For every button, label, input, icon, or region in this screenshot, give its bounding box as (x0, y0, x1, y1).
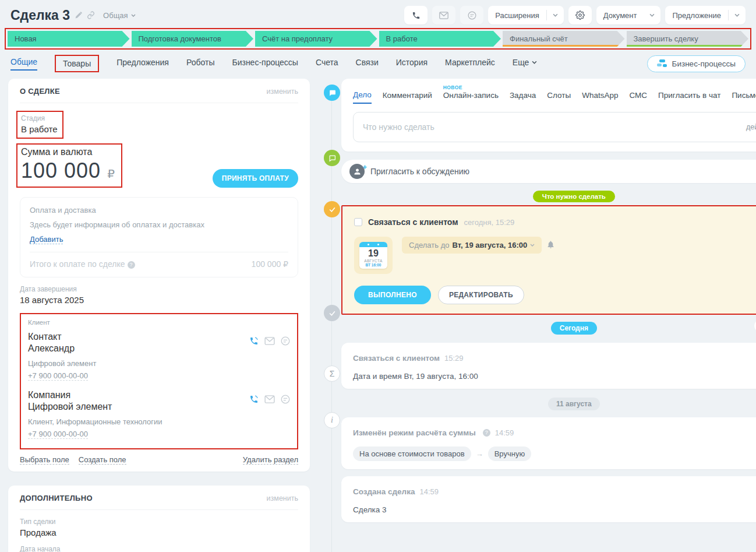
edit-about-link[interactable]: изменить (267, 87, 298, 96)
create-field-link[interactable]: Создать поле (79, 455, 126, 465)
document-button[interactable]: Документ (596, 6, 661, 24)
entry-time: 15:29 (444, 354, 464, 363)
call-button[interactable] (404, 6, 428, 24)
chat-button[interactable] (460, 6, 483, 24)
edit-additional-link[interactable]: изменить (267, 494, 298, 502)
composer-tab-task[interactable]: Задача (510, 91, 536, 103)
contact-openline-icon[interactable] (281, 336, 290, 346)
due-date-pill[interactable]: Сделать до Вт, 19 августа, 16:00 (402, 237, 542, 254)
amount-number: 100 000 (21, 159, 101, 182)
tab-business-processes[interactable]: Бизнес-процессы (232, 58, 298, 70)
delete-section-link[interactable]: Удалить раздел (243, 455, 298, 465)
plus-icon: + (362, 163, 367, 171)
select-field-link[interactable]: Выбрать поле (20, 455, 69, 465)
stage-close-deal[interactable]: Завершить сделку (627, 31, 749, 47)
tab-links[interactable]: Связи (356, 58, 379, 70)
add-payment-link[interactable]: Добавить (30, 235, 63, 244)
tab-more[interactable]: Еще (513, 58, 538, 70)
divider (30, 252, 288, 252)
stage-final-invoice[interactable]: Финальный счёт (503, 31, 625, 47)
tab-robots[interactable]: Роботы (186, 58, 214, 70)
calendar-tile[interactable]: 19 АВГУСТА ВТ 16:00 (354, 237, 393, 274)
composer-tab-email[interactable]: Письмо (732, 91, 756, 103)
activity-composer: Дело Комментарий НОВОЕ Онлайн-запись Зад… (341, 79, 756, 152)
calendar-month: АВГУСТА (359, 259, 387, 263)
payment-total-label: Итого к оплате по сделке? (30, 259, 135, 269)
entry-title: Изменён режим расчёта суммы (353, 428, 476, 437)
company-openline-icon[interactable] (281, 395, 290, 404)
annotation-box-stages: Новая Подготовка документов Счёт на пред… (5, 28, 751, 50)
task-title[interactable]: Связаться с клиентом (368, 217, 458, 227)
tab-products[interactable]: Товары (55, 55, 99, 72)
calendar-time: ВТ 16:00 (359, 263, 387, 267)
extensions-button[interactable]: Расширения (488, 6, 564, 24)
deal-type-value[interactable]: Продажа (20, 528, 298, 537)
page-title: Сделка 3 (10, 8, 70, 23)
company-name[interactable]: Цифровой элемент (28, 402, 112, 412)
composer-actions-label: действия (746, 123, 756, 131)
due-prefix: Сделать до (409, 241, 449, 249)
email-button[interactable] (432, 6, 455, 24)
calendar-strip (359, 242, 387, 247)
composer-tab-slots[interactable]: Слоты (547, 91, 571, 103)
chevron-down-icon (530, 244, 535, 247)
task-checkbox[interactable] (354, 218, 362, 226)
copy-link-icon[interactable] (87, 11, 95, 19)
composer-tab-comment[interactable]: Комментарий (383, 91, 432, 103)
contact-name[interactable]: Александр (28, 343, 75, 354)
activity-composer-icon (324, 85, 340, 101)
proposal-button[interactable]: Предложение (665, 6, 746, 24)
invite-discussion-row[interactable]: + Пригласить к обсуждению (341, 160, 756, 183)
completion-date-value[interactable]: 18 августа 2025 (20, 295, 298, 305)
old-value-pill: На основе стоимости товаров (353, 446, 471, 461)
accept-payment-button[interactable]: ПРИНЯТЬ ОПЛАТУ (213, 169, 298, 188)
edit-title-icon[interactable] (75, 12, 82, 19)
today-date-pill: Сегодня (551, 322, 597, 335)
entry-title: Создана сделка (353, 487, 415, 496)
chevron-down-icon (532, 61, 537, 64)
contact-call-icon[interactable] (249, 336, 259, 346)
date-group-pill: 11 августа (548, 398, 600, 410)
document-label: Документ (596, 11, 644, 20)
composer-tab-invite-chat[interactable]: Пригласить в чат (658, 91, 720, 103)
tab-marketplace[interactable]: Маркетплейс (445, 58, 495, 70)
pipeline-selector[interactable]: Общая (103, 11, 136, 20)
composer-tab-online-booking[interactable]: НОВОЕ Онлайн-запись (443, 91, 499, 103)
task-done-button[interactable]: ВЫПОЛНЕНО (354, 286, 431, 304)
task-edit-button[interactable]: РЕДАКТИРОВАТЬ (438, 286, 524, 304)
business-process-button[interactable]: Бизнес-процессы (647, 55, 746, 72)
tab-invoices[interactable]: Счета (316, 58, 338, 70)
settings-button[interactable] (568, 6, 592, 24)
composer-actions-button[interactable]: действия (746, 123, 756, 131)
phone-icon (412, 11, 421, 20)
composer-tab-sms[interactable]: СМС (629, 91, 647, 103)
chevron-down-icon (644, 13, 660, 17)
company-phone-number[interactable]: +7 900 000-00-00 (28, 430, 88, 439)
tab-general[interactable]: Общие (10, 57, 37, 71)
arrow-icon: → (476, 449, 483, 458)
entry-body: Сделка 3 (353, 505, 756, 514)
chevron-down-icon (729, 13, 746, 17)
stage-new[interactable]: Новая (8, 31, 130, 47)
composer-input[interactable] (363, 122, 746, 132)
reminder-bell-icon[interactable] (546, 240, 555, 249)
contact-mail-icon[interactable] (264, 337, 275, 345)
composer-tab-whatsapp[interactable]: WhatsApp (582, 91, 618, 103)
entry-time: 14:59 (495, 428, 514, 437)
calendar-day: 19 (359, 248, 387, 259)
stage-prepay-invoice[interactable]: Счёт на предоплату (255, 31, 377, 47)
payment-delivery-card: Оплата и доставка Здесь будет информация… (20, 197, 298, 277)
header-toolbar: Расширения Документ Предложение (404, 6, 746, 24)
tab-quotes[interactable]: Предложения (116, 58, 169, 70)
stage-docs[interactable]: Подготовка документов (132, 31, 254, 47)
tab-history[interactable]: История (396, 58, 428, 70)
company-mail-icon[interactable] (264, 395, 275, 403)
amount-value[interactable]: 100 000 ₽ (21, 159, 115, 183)
stage-in-progress[interactable]: В работе (379, 31, 501, 47)
composer-tab-activity[interactable]: Дело (353, 90, 372, 104)
contact-phone-number[interactable]: +7 900 000-00-00 (28, 371, 88, 381)
stage-field-value[interactable]: В работе (21, 124, 58, 134)
proposal-label: Предложение (665, 11, 728, 20)
company-call-icon[interactable] (249, 395, 259, 404)
timeline-rail (331, 100, 332, 552)
